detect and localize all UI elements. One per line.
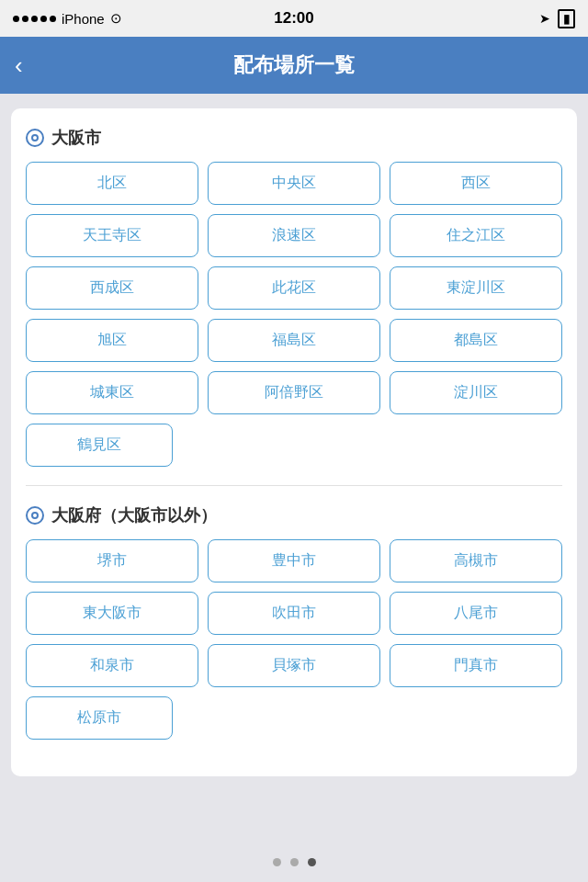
signal-dots	[13, 16, 56, 22]
section-icon-osaka-pref	[26, 506, 44, 525]
district-btn-八尾市[interactable]: 八尾市	[390, 592, 562, 635]
nav-bar: ‹ 配布場所一覧	[0, 37, 588, 94]
osaka-city-grid: 北区 中央区 西区 天王寺区 浪速区 住之江区 西成区 此花区 東淀川区 旭区 …	[26, 162, 562, 414]
page-dot-2[interactable]	[290, 858, 299, 866]
district-btn-浪速区[interactable]: 浪速区	[208, 214, 380, 257]
district-btn-福島区[interactable]: 福島区	[208, 319, 380, 362]
section-divider	[26, 485, 562, 486]
district-btn-淀川区[interactable]: 淀川区	[390, 371, 562, 414]
district-btn-松原市[interactable]: 松原市	[26, 696, 173, 740]
battery-icon: ▮	[558, 9, 575, 28]
district-btn-豊中市[interactable]: 豊中市	[208, 539, 380, 582]
district-btn-和泉市[interactable]: 和泉市	[26, 644, 198, 687]
content-area: 大阪市 北区 中央区 西区 天王寺区 浪速区 住之江区 西成区 此花区 東淀川区…	[0, 94, 588, 842]
district-btn-西区[interactable]: 西区	[390, 162, 562, 205]
section-osaka-city: 大阪市 北区 中央区 西区 天王寺区 浪速区 住之江区 西成区 此花区 東淀川区…	[26, 127, 562, 467]
section-icon-inner	[31, 134, 39, 141]
nav-title: 配布場所一覧	[233, 51, 355, 79]
carrier-label: iPhone	[62, 11, 105, 27]
district-btn-東大阪市[interactable]: 東大阪市	[26, 592, 198, 635]
status-bar: iPhone ⊙ 12:00 ➤ ▮	[0, 0, 588, 37]
section-title-osaka-city: 大阪市	[51, 127, 101, 149]
page-dot-3[interactable]	[308, 858, 316, 866]
section-icon-inner-pref	[31, 512, 39, 519]
district-btn-西成区[interactable]: 西成区	[26, 266, 198, 310]
district-btn-吹田市[interactable]: 吹田市	[208, 592, 380, 635]
section-header-osaka-city: 大阪市	[26, 127, 562, 149]
district-btn-旭区[interactable]: 旭区	[26, 319, 198, 362]
district-btn-貝塚市[interactable]: 貝塚市	[208, 644, 380, 687]
district-btn-東淀川区[interactable]: 東淀川区	[390, 266, 562, 310]
district-btn-堺市[interactable]: 堺市	[26, 539, 198, 582]
osaka-pref-grid: 堺市 豊中市 高槻市 東大阪市 吹田市 八尾市 和泉市 貝塚市 門真市	[26, 539, 562, 687]
wifi-icon: ⊙	[110, 10, 122, 27]
district-btn-中央区[interactable]: 中央区	[208, 162, 380, 205]
section-title-osaka-pref: 大阪府（大阪市以外）	[51, 504, 217, 526]
district-btn-城東区[interactable]: 城東区	[26, 371, 198, 414]
section-icon-osaka-city	[26, 129, 44, 147]
district-btn-此花区[interactable]: 此花区	[208, 266, 380, 310]
district-btn-北区[interactable]: 北区	[26, 162, 198, 205]
district-btn-天王寺区[interactable]: 天王寺区	[26, 214, 198, 257]
back-button[interactable]: ‹	[15, 53, 23, 77]
page-dots	[0, 842, 588, 882]
section-osaka-pref: 大阪府（大阪市以外） 堺市 豊中市 高槻市 東大阪市 吹田市 八尾市 和泉市 貝…	[26, 504, 562, 740]
district-btn-高槻市[interactable]: 高槻市	[390, 539, 562, 582]
district-btn-住之江区[interactable]: 住之江区	[390, 214, 562, 257]
district-btn-都島区[interactable]: 都島区	[390, 319, 562, 362]
main-card: 大阪市 北区 中央区 西区 天王寺区 浪速区 住之江区 西成区 此花区 東淀川区…	[11, 108, 577, 776]
page-dot-1[interactable]	[273, 858, 281, 866]
status-left: iPhone ⊙	[13, 10, 122, 27]
district-btn-鶴見区[interactable]: 鶴見区	[26, 424, 173, 467]
status-right: ➤ ▮	[539, 9, 575, 28]
district-btn-阿倍野区[interactable]: 阿倍野区	[208, 371, 380, 414]
location-icon: ➤	[539, 11, 550, 26]
status-time: 12:00	[274, 9, 313, 28]
section-header-osaka-pref: 大阪府（大阪市以外）	[26, 504, 562, 526]
district-btn-門真市[interactable]: 門真市	[390, 644, 562, 687]
